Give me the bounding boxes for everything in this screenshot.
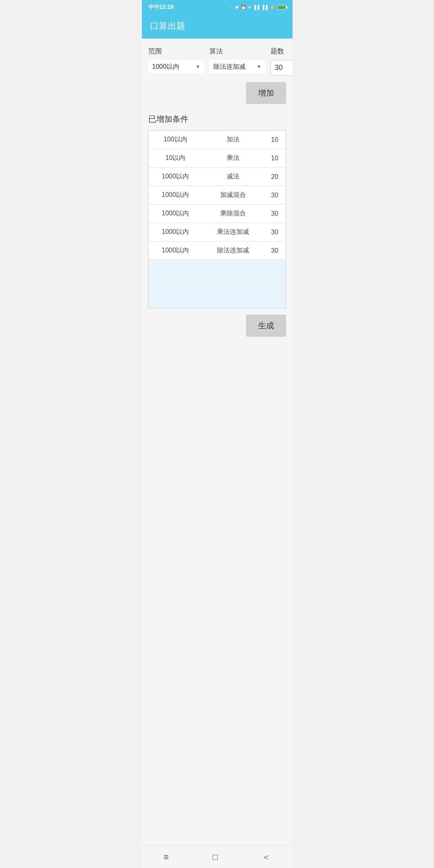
table-cell-count: 30 — [264, 205, 286, 223]
algo-select-wrapper[interactable]: 加法 减法 乘法 除法 加减混合 乘除混合 乘法连加减 除法连加减 ▼ — [209, 60, 266, 73]
algo-select[interactable]: 加法 减法 乘法 除法 加减混合 乘除混合 乘法连加减 除法连加减 — [213, 63, 255, 70]
bluetooth-icon: ✱ — [235, 5, 239, 10]
table-cell-algo: 加减混合 — [202, 186, 264, 205]
range-select[interactable]: 100以内 10以内 1000以内 — [152, 63, 194, 70]
main-content: 范围 100以内 10以内 1000以内 ▼ 算法 加法 减法 乘法 除法 加减… — [142, 39, 293, 847]
table-cell-count: 10 — [264, 149, 286, 168]
table-cell-range: 1000以内 — [148, 205, 202, 223]
table-cell-count: 20 — [264, 168, 286, 186]
app-title: 口算出题 — [150, 21, 185, 31]
table-cell-algo: 乘法连加减 — [202, 223, 264, 242]
table-cell-algo: 加法 — [202, 131, 264, 149]
table-cell-count: 30 — [264, 186, 286, 205]
home-icon[interactable]: □ — [213, 852, 218, 862]
table-empty-row — [148, 260, 286, 308]
table-cell-range: 10以内 — [148, 149, 202, 168]
table-row: 1000以内 加减混合 30 — [148, 186, 286, 205]
form-row: 范围 100以内 10以内 1000以内 ▼ 算法 加法 减法 乘法 除法 加减… — [148, 47, 286, 76]
table-cell-count: 10 — [264, 131, 286, 149]
range-group: 范围 100以内 10以内 1000以内 ▼ — [148, 47, 205, 73]
table-cell-algo: 减法 — [202, 168, 264, 186]
table-empty-cell — [148, 260, 286, 308]
app-bar: 口算出题 — [142, 14, 293, 39]
status-bar: 中午12:28 ··· ✱ ⏰ ▾ ▐▐ ▐▐ ⚡ — [142, 0, 293, 14]
table-cell-range: 1000以内 — [148, 223, 202, 242]
battery-icon — [277, 5, 286, 10]
signal-bar2-icon: ▐▐ — [261, 5, 268, 10]
table-cell-range: 100以内 — [148, 131, 202, 149]
charging-icon: ⚡ — [270, 5, 275, 10]
table-cell-range: 1000以内 — [148, 168, 202, 186]
bottom-spacer — [148, 337, 286, 369]
table-row: 1000以内 乘法连加减 30 — [148, 223, 286, 242]
alarm-icon: ⏰ — [241, 5, 246, 10]
range-dropdown-arrow-icon: ▼ — [196, 64, 201, 70]
add-button[interactable]: 增加 — [246, 82, 286, 104]
status-time: 中午12:28 — [148, 4, 174, 11]
menu-icon[interactable]: ≡ — [164, 852, 169, 862]
range-label: 范围 — [148, 47, 205, 56]
generate-button[interactable]: 生成 — [246, 315, 286, 337]
table-cell-algo: 除法连加减 — [202, 242, 264, 260]
conditions-section-title: 已增加条件 — [148, 114, 286, 125]
range-select-wrapper[interactable]: 100以内 10以内 1000以内 ▼ — [148, 60, 205, 73]
add-button-row: 增加 — [148, 82, 286, 104]
table-cell-range: 1000以内 — [148, 242, 202, 260]
generate-button-row: 生成 — [148, 315, 286, 337]
back-icon[interactable]: ＜ — [262, 851, 270, 863]
algo-dropdown-arrow-icon: ▼ — [257, 64, 262, 70]
table-row: 10以内 乘法 10 — [148, 149, 286, 168]
table-row: 1000以内 乘除混合 30 — [148, 205, 286, 223]
algo-group: 算法 加法 减法 乘法 除法 加减混合 乘除混合 乘法连加减 除法连加减 ▼ — [209, 47, 266, 73]
bottom-nav: ≡ □ ＜ — [142, 845, 293, 868]
table-cell-count: 30 — [264, 223, 286, 242]
status-icons: ··· ✱ ⏰ ▾ ▐▐ ▐▐ ⚡ — [229, 5, 286, 10]
table-cell-algo: 乘除混合 — [202, 205, 264, 223]
table-cell-count: 30 — [264, 242, 286, 260]
signal-dots-icon: ··· — [229, 5, 233, 10]
table-row: 1000以内 除法连加减 30 — [148, 242, 286, 260]
count-group: 题数 — [270, 47, 293, 76]
table-row: 1000以内 减法 20 — [148, 168, 286, 186]
count-label: 题数 — [270, 47, 293, 56]
conditions-table: 100以内 加法 10 10以内 乘法 10 1000以内 减法 20 1000… — [148, 130, 286, 308]
table-cell-range: 1000以内 — [148, 186, 202, 205]
algo-label: 算法 — [209, 47, 266, 56]
table-row: 100以内 加法 10 — [148, 131, 286, 149]
table-cell-algo: 乘法 — [202, 149, 264, 168]
wifi-icon: ▾ — [248, 5, 251, 10]
signal-bar1-icon: ▐▐ — [253, 5, 259, 10]
count-input[interactable] — [270, 60, 293, 76]
